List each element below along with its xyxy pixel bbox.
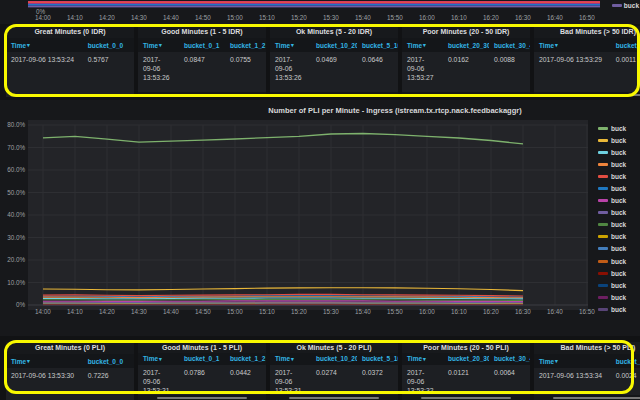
table-title[interactable]: Ok Minutes (5 - 20 IDR) [270, 26, 398, 38]
value-cell: 0.0755 [225, 55, 266, 92]
legend-series-label: buck [611, 125, 626, 132]
table-scrollbar[interactable] [553, 397, 640, 399]
chart-title[interactable]: Number of PLI per Minute - Ingress (istr… [160, 106, 630, 115]
column-header-bucket_0_1[interactable]: bucket_0_1 [179, 355, 225, 362]
table-row: 2017-09-06 13:53:300.7226 [6, 368, 134, 400]
column-header-bucket_1_2[interactable]: bucket_1_2 [225, 42, 266, 49]
table-title[interactable]: Great Minutes (0 PLI) [6, 342, 134, 354]
table-title[interactable]: Great Minutes (0 IDR) [6, 26, 134, 38]
column-header-time[interactable]: Time▾ [402, 42, 443, 49]
y-tick-label: 50.0% [0, 189, 25, 196]
column-header-time[interactable]: Time▾ [270, 42, 311, 49]
table-title[interactable]: Bad Minutes (> 50 IDR) [534, 26, 640, 38]
table-scrollbar[interactable] [553, 94, 640, 96]
legend-series-label: buck [611, 258, 626, 265]
legend-swatch-icon [598, 260, 608, 263]
table-scrollbar[interactable] [421, 94, 511, 96]
column-header-bucket_10_20[interactable]: bucket_10_20 [311, 42, 357, 49]
column-header-time[interactable]: Time▾ [270, 355, 311, 362]
table-header-row: Time▾bucket_100_150 [534, 354, 640, 368]
value-cell: 0.0162 [443, 55, 489, 92]
table-panel: Bad Minutes (> 50 IDR)Time▾bucket_100_15… [534, 26, 640, 97]
legend-swatch-icon [598, 187, 608, 190]
legend-item[interactable]: buck [598, 305, 640, 313]
x-tick-label: 16:10 [445, 308, 473, 315]
column-header-bucket_5_10[interactable]: bucket_5_10 [357, 42, 398, 49]
table-scrollbar[interactable] [157, 397, 247, 399]
table-title[interactable]: Poor Minutes (20 - 50 IDR) [402, 26, 530, 38]
x-tick-label: 14:00 [29, 308, 57, 315]
table-panel: Good Minutes (1 - 5 PLI)Time▾bucket_0_1b… [138, 342, 266, 400]
chart-line-series [43, 288, 523, 291]
mini-legend-item[interactable]: buck [612, 2, 639, 9]
column-header-bucket_100_150[interactable]: bucket_100_150 [611, 358, 640, 365]
table-scrollbar[interactable] [421, 397, 511, 399]
column-header-bucket_30_40[interactable]: bucket_30_40 [489, 42, 530, 49]
column-header-time[interactable]: Time▾ [6, 42, 83, 49]
column-header-time[interactable]: Time▾ [402, 355, 443, 362]
column-header-bucket_5_10[interactable]: bucket_5_10 [357, 355, 398, 362]
column-header-bucket_0_0[interactable]: bucket_0_0 [83, 42, 134, 49]
legend-item[interactable]: buck [598, 245, 640, 253]
table-scrollbar[interactable] [157, 94, 247, 96]
legend-item[interactable]: buck [598, 221, 640, 229]
legend-item[interactable]: buck [598, 197, 640, 205]
table-scrollbar[interactable] [289, 397, 379, 399]
sort-caret-icon: ▾ [423, 356, 426, 362]
sort-caret-icon: ▾ [423, 42, 426, 48]
value-cell: 0.0442 [225, 368, 266, 395]
table-title[interactable]: Good Minutes (1 - 5 IDR) [138, 26, 266, 38]
x-tick-label: 14:40 [157, 308, 185, 315]
column-header-time[interactable]: Time▾ [138, 355, 179, 362]
table-title[interactable]: Ok Minutes (5 - 20 PLI) [270, 342, 398, 353]
x-tick-label: 14:20 [93, 14, 121, 21]
chart-line-series [43, 298, 523, 299]
legend-item[interactable]: buck [598, 269, 640, 277]
table-header-row: Time▾bucket_10_20bucket_5_10 [270, 38, 398, 52]
x-tick-label: 14:00 [29, 14, 57, 21]
sort-caret-icon: ▾ [159, 42, 162, 48]
table-row: 2017-09-06 13:53:290.0011 [534, 52, 640, 92]
legend-item[interactable]: buck [598, 124, 640, 132]
table-scrollbar[interactable] [289, 94, 379, 96]
legend-item[interactable]: buck [598, 293, 640, 301]
legend-item[interactable]: buck [598, 172, 640, 180]
mini-chart-lines[interactable] [28, 1, 600, 8]
table-row: 2017-09-0613:53:270.01620.0088 [402, 52, 530, 92]
column-header-label: Time [143, 355, 158, 362]
column-header-time[interactable]: Time▾ [534, 358, 611, 365]
table-title[interactable]: Bad Minutes (> 50 PLI) [534, 342, 640, 354]
legend-item[interactable]: buck [598, 257, 640, 265]
column-header-bucket_0_1[interactable]: bucket_0_1 [179, 42, 225, 49]
x-tick-label: 14:10 [61, 14, 89, 21]
column-header-bucket_0_0[interactable]: bucket_0_0 [83, 358, 134, 365]
column-header-label: Time [275, 42, 290, 49]
legend-swatch-icon [598, 308, 608, 311]
legend-item[interactable]: buck [598, 148, 640, 156]
pli-line-chart[interactable] [28, 120, 588, 310]
column-header-time[interactable]: Time▾ [534, 42, 611, 49]
legend-item[interactable]: buck [598, 209, 640, 217]
column-header-bucket_30_40[interactable]: bucket_30_40 [489, 355, 530, 362]
column-header-bucket_10_20[interactable]: bucket_10_20 [311, 355, 357, 362]
legend-item[interactable]: buck [598, 281, 640, 289]
legend-item[interactable]: buck [598, 136, 640, 144]
x-tick-label: 15:30 [317, 308, 345, 315]
value-cell: 0.0024 [611, 371, 640, 395]
legend-swatch-icon [598, 127, 608, 130]
column-header-bucket_100_150[interactable]: bucket_100_150 [611, 42, 640, 49]
legend-item[interactable]: buck [598, 233, 640, 241]
table-title[interactable]: Poor Minutes (20 - 50 PLI) [402, 342, 530, 353]
column-header-time[interactable]: Time▾ [138, 42, 179, 49]
column-header-bucket_20_30[interactable]: bucket_20_30 [443, 355, 489, 362]
legend-item[interactable]: buck [598, 160, 640, 168]
x-tick-label: 15:40 [349, 308, 377, 315]
table-title[interactable]: Good Minutes (1 - 5 PLI) [138, 342, 266, 353]
column-header-time[interactable]: Time▾ [6, 358, 83, 365]
column-header-bucket_1_2[interactable]: bucket_1_2 [225, 355, 266, 362]
legend-item[interactable]: buck [598, 184, 640, 192]
x-tick-label: 15:10 [253, 308, 281, 315]
column-header-bucket_20_30[interactable]: bucket_20_30 [443, 42, 489, 49]
legend-series-label: buck [624, 2, 639, 9]
time-cell: 2017-09-06 13:53:34 [534, 371, 611, 395]
